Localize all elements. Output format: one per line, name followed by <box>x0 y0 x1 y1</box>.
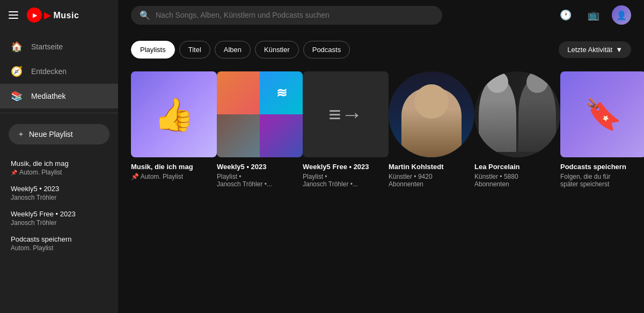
queue-icon: ≡→ <box>328 103 362 127</box>
thumb-podcast-bg: 🔖 <box>560 71 644 157</box>
sidebar-playlist-weekly5-sub: Janosch Tröhler <box>11 194 107 201</box>
lea-head1 <box>487 71 508 93</box>
tab-alben[interactable]: Alben <box>215 41 251 59</box>
card-thumb-weekly5free: ≡→ <box>303 71 389 157</box>
card-sub-martin: Künstler • 9420 <box>389 173 464 180</box>
thumb-weekly5-collage: ≋ <box>217 71 303 157</box>
sidebar-item-home[interactable]: 🏠 Startseite <box>0 34 118 59</box>
card-lea[interactable]: Lea Porcelain Künstler • 5880 Abonnenten <box>474 71 550 188</box>
sidebar-playlist-weekly5free[interactable]: Weekly5 Free • 2023 Janosch Tröhler <box>0 206 118 231</box>
sidebar-playlist-weekly5free-sub: Janosch Tröhler <box>11 219 107 227</box>
card-thumb-musik-mag: 👍 <box>131 71 217 157</box>
card-thumb-weekly5: ≋ <box>217 71 303 157</box>
card-title-podcasts-save: Podcasts speichern <box>560 163 635 171</box>
lea-person2 <box>518 77 556 152</box>
sidebar-playlist-podcasts[interactable]: Podcasts speichern Autom. Playlist <box>0 231 118 256</box>
sidebar-playlist-weekly5free-title: Weekly5 Free • 2023 <box>11 210 107 218</box>
card-thumb-podcasts-save: 🔖 <box>560 71 644 157</box>
thumb-musik-bg: 👍 <box>131 71 217 157</box>
card-sub-weekly5free: Playlist • <box>303 173 378 180</box>
sort-button[interactable]: Letzte Aktivität ▼ <box>559 41 631 58</box>
cast-icon: 📺 <box>588 9 599 21</box>
thumb-lea-bg <box>474 71 560 157</box>
thumb-free-bg: ≡→ <box>303 71 389 157</box>
library-icon: 📚 <box>11 90 23 102</box>
card-martin[interactable]: Martin Kohlstedt Künstler • 9420 Abonnen… <box>389 71 464 188</box>
sidebar-item-explore[interactable]: 🧭 Entdecken <box>0 59 118 84</box>
lea-head2 <box>526 71 548 93</box>
tab-playlists[interactable]: Playlists <box>131 41 175 59</box>
sidebar-playlist-musik-sub: 📌 Autom. Playlist <box>11 169 107 176</box>
topbar-actions: 🕐 📺 👤 <box>556 5 631 25</box>
history-button[interactable]: 🕐 <box>556 5 575 25</box>
pin-icon: 📌 <box>11 170 17 176</box>
card-sub-musik-mag: 📌 Autom. Playlist <box>131 173 206 180</box>
search-icon: 🔍 <box>140 10 150 20</box>
avatar-icon: 👤 <box>616 10 627 20</box>
thumb-martin-bg <box>389 71 474 157</box>
sidebar-divider <box>0 113 118 113</box>
card-title-weekly5: Weekly5 • 2023 <box>217 163 292 171</box>
logo-text: ▶ Music <box>44 10 79 20</box>
cast-button[interactable]: 📺 <box>584 5 603 25</box>
sidebar: ▶ Music 🏠 Startseite 🧭 Entdecken 📚 Media… <box>0 0 118 313</box>
search-input[interactable] <box>156 11 434 19</box>
filter-tabs: Playlists Titel Alben Künstler Podcasts … <box>131 41 631 59</box>
new-playlist-button[interactable]: ＋ Neue Playlist <box>9 124 109 144</box>
sidebar-playlists: Musik, die ich mag 📌 Autom. Playlist Wee… <box>0 151 118 313</box>
home-icon: 🏠 <box>11 41 23 53</box>
card-weekly5[interactable]: ≋ Weekly5 • 2023 Playlist • Janosch Tröh… <box>217 71 292 188</box>
thumbsup-icon: 👍 <box>154 96 194 134</box>
card-sub-lea: Künstler • 5880 <box>474 173 550 180</box>
bookmark-icon: 🔖 <box>584 97 622 132</box>
tab-podcasts[interactable]: Podcasts <box>303 41 350 59</box>
sidebar-playlist-musik[interactable]: Musik, die ich mag 📌 Autom. Playlist <box>0 155 118 180</box>
cards-grid: 👍 Musik, die ich mag 📌 Autom. Playlist ≋ <box>131 71 631 188</box>
user-avatar[interactable]: 👤 <box>612 5 631 25</box>
topbar: 🔍 🕐 📺 👤 <box>118 0 644 30</box>
sidebar-playlist-weekly5-title: Weekly5 • 2023 <box>11 185 107 193</box>
tab-titel[interactable]: Titel <box>179 41 210 59</box>
card-thumb-martin <box>389 71 474 157</box>
collage-q4 <box>260 114 303 157</box>
card-sub2-podcasts-save: später speicherst <box>560 180 635 188</box>
card-sub-podcasts-save: Folgen, die du für <box>560 173 635 180</box>
sidebar-item-home-label: Startseite <box>31 42 63 51</box>
sidebar-item-explore-label: Entdecken <box>31 67 67 76</box>
card-podcasts-save[interactable]: 🔖 Podcasts speichern Folgen, die du für … <box>560 71 635 188</box>
collage-q3 <box>217 114 260 157</box>
card-title-musik-mag: Musik, die ich mag <box>131 163 206 171</box>
card-title-martin: Martin Kohlstedt <box>389 163 464 171</box>
card-title-weekly5free: Weekly5 Free • 2023 <box>303 163 378 171</box>
sidebar-playlist-weekly5[interactable]: Weekly5 • 2023 Janosch Tröhler <box>0 180 118 206</box>
card-sub2-martin: Abonnenten <box>389 180 464 188</box>
logo[interactable]: ▶ Music <box>27 8 79 23</box>
collage-q1 <box>217 71 260 114</box>
martin-head <box>414 84 449 119</box>
nav-items: 🏠 Startseite 🧭 Entdecken 📚 Mediathek <box>0 34 118 108</box>
content-area: Playlists Titel Alben Künstler Podcasts … <box>118 30 644 313</box>
sidebar-item-library[interactable]: 📚 Mediathek <box>0 84 118 108</box>
sidebar-playlist-podcasts-sub: Autom. Playlist <box>11 244 107 252</box>
sidebar-playlist-musik-title: Musik, die ich mag <box>11 159 107 168</box>
main-content: 🔍 🕐 📺 👤 Playlists Titel Alben Künstler P… <box>118 0 644 313</box>
plus-icon: ＋ <box>17 129 25 139</box>
logo-icon <box>27 8 42 23</box>
new-playlist-label: Neue Playlist <box>29 130 73 139</box>
explore-icon: 🧭 <box>11 65 23 77</box>
sort-label: Letzte Aktivität <box>567 46 612 54</box>
card-title-lea: Lea Porcelain <box>474 163 550 171</box>
card-musik-mag[interactable]: 👍 Musik, die ich mag 📌 Autom. Playlist <box>131 71 206 188</box>
hamburger-button[interactable] <box>9 11 18 19</box>
chevron-down-icon: ▼ <box>616 46 623 54</box>
card-weekly5free[interactable]: ≡→ Weekly5 Free • 2023 Playlist • Janosc… <box>303 71 378 188</box>
history-icon: 🕐 <box>560 9 572 21</box>
sidebar-playlist-podcasts-title: Podcasts speichern <box>11 235 107 243</box>
sidebar-item-library-label: Mediathek <box>31 92 66 100</box>
search-bar[interactable]: 🔍 <box>131 6 442 25</box>
card-thumb-lea <box>474 71 560 157</box>
lea-person1 <box>479 77 516 152</box>
card-sub-weekly5: Playlist • <box>217 173 292 180</box>
card-sub2-lea: Abonnenten <box>474 180 550 188</box>
tab-kuenstler[interactable]: Künstler <box>255 41 299 59</box>
